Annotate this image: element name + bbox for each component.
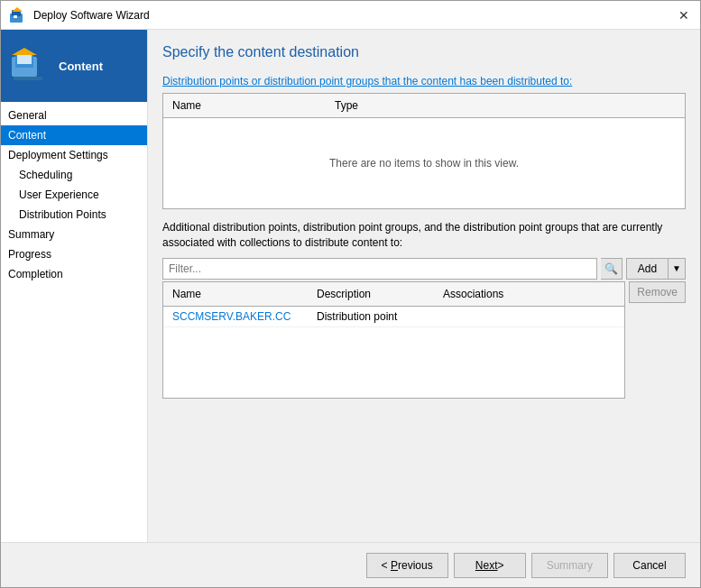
add-dropdown-arrow[interactable]: ▼	[669, 258, 686, 280]
sidebar-item-deployment-settings[interactable]: Deployment Settings	[1, 145, 147, 165]
remove-button[interactable]: Remove	[629, 281, 686, 303]
upper-table-body: There are no items to show in this view.	[163, 118, 685, 208]
previous-button[interactable]: < Previous	[366, 553, 448, 578]
lower-description: Additional distribution points, distribu…	[162, 220, 686, 251]
sidebar-item-summary[interactable]: Summary	[1, 225, 147, 244]
lower-table: Name Description Associations SCCMSERV.B…	[162, 281, 625, 399]
previous-label: < Previous	[382, 559, 433, 572]
upper-table-container: Name Type There are no items to show in …	[162, 93, 686, 209]
cancel-button[interactable]: Cancel	[613, 553, 686, 578]
sidebar-header-icon	[8, 44, 51, 87]
table-row[interactable]: SCCMSERV.BAKER.CC Distribution point	[163, 307, 624, 327]
next-button[interactable]: Next >	[454, 553, 526, 578]
filter-row: 🔍 Add ▼	[162, 258, 686, 280]
upper-section-label: Distribution points or distribution poin…	[162, 75, 686, 87]
svg-marker-2	[12, 7, 23, 12]
row-name: SCCMSERV.BAKER.CC	[169, 308, 313, 325]
main-content: Specify the content destination Distribu…	[148, 30, 700, 542]
title-bar: Deploy Software Wizard ✕	[1, 1, 700, 30]
sidebar-item-user-experience[interactable]: User Experience	[1, 185, 147, 205]
sidebar-item-distribution-points[interactable]: Distribution Points	[1, 205, 147, 225]
upper-col-type: Type	[331, 97, 493, 114]
summary-button[interactable]: Summary	[531, 553, 608, 578]
next-label: Next	[475, 559, 498, 572]
close-button[interactable]: ✕	[675, 6, 693, 24]
svg-rect-6	[17, 55, 32, 64]
sidebar-item-progress[interactable]: Progress	[1, 244, 147, 264]
wizard-icon	[8, 6, 26, 24]
title-bar-text: Deploy Software Wizard	[33, 9, 675, 22]
sidebar-nav: General Content Deployment Settings Sche…	[1, 102, 147, 542]
upper-table-header: Name Type	[163, 94, 685, 118]
lower-section: 🔍 Add ▼ Name Description Associations	[162, 258, 686, 399]
lower-col-description: Description	[313, 286, 439, 302]
add-remove-col: Remove	[629, 281, 686, 303]
add-button-group: Add ▼	[626, 258, 686, 280]
wizard-body: Content General Content Deployment Setti…	[1, 30, 700, 542]
sidebar-item-completion[interactable]: Completion	[1, 264, 147, 284]
upper-table-empty: There are no items to show in this view.	[329, 157, 519, 170]
sidebar-header-label: Content	[59, 60, 103, 73]
sidebar-item-general[interactable]: General	[1, 106, 147, 125]
add-button[interactable]: Add	[626, 258, 669, 280]
upper-section-link[interactable]: Distribution points or distribution poin…	[162, 75, 572, 87]
filter-input[interactable]	[162, 258, 597, 280]
page-title: Specify the content destination	[162, 44, 686, 60]
svg-rect-3	[14, 15, 17, 18]
search-icon: 🔍	[601, 258, 623, 280]
svg-marker-7	[12, 48, 37, 55]
lower-table-wrapper: Name Description Associations SCCMSERV.B…	[162, 281, 686, 399]
sidebar-item-scheduling[interactable]: Scheduling	[1, 165, 147, 185]
row-associations	[439, 308, 530, 325]
wizard-window: Deploy Software Wizard ✕ Content G	[0, 0, 701, 588]
lower-col-name: Name	[169, 286, 313, 302]
lower-col-associations: Associations	[439, 286, 530, 302]
sidebar-item-content[interactable]: Content	[1, 125, 147, 145]
row-description: Distribution point	[313, 308, 439, 325]
upper-col-name: Name	[169, 97, 331, 114]
svg-rect-8	[14, 77, 42, 80]
footer: < Previous Next > Summary Cancel	[1, 542, 700, 587]
sidebar-header: Content	[1, 30, 147, 102]
sidebar: Content General Content Deployment Setti…	[1, 30, 148, 542]
lower-table-header: Name Description Associations	[163, 282, 624, 307]
